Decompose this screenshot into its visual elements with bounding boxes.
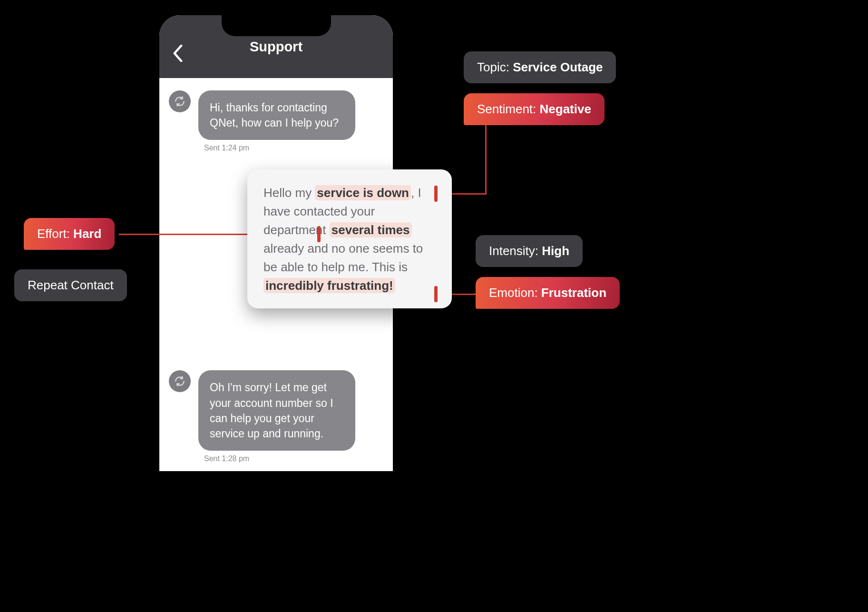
tag-value: Service Outage — [513, 60, 603, 74]
message-row: Oh I'm sorry! Let me get your account nu… — [169, 370, 383, 451]
tag-intensity: Intensity: High — [476, 235, 583, 267]
tag-topic: Topic: Service Outage — [464, 51, 616, 83]
callout-text: already and no one seems to be able to h… — [263, 241, 423, 274]
sync-icon — [169, 370, 191, 392]
highlight-marker — [317, 226, 321, 242]
tag-sentiment: Sentiment: Negative — [464, 93, 605, 125]
highlight-marker — [434, 286, 438, 302]
phone-notch — [222, 14, 331, 36]
highlight-several-times: several times — [330, 222, 412, 237]
tag-value: Hard — [73, 227, 101, 241]
sync-icon — [169, 90, 191, 112]
annotated-message: Hello my service is down, I have contact… — [247, 169, 452, 308]
tag-label: Effort: — [37, 227, 73, 241]
tag-value: Frustration — [541, 286, 606, 300]
tag-label: Sentiment: — [477, 102, 540, 116]
highlight-service-down: service is down — [315, 185, 411, 200]
tag-label: Emotion: — [489, 286, 541, 300]
back-icon[interactable] — [173, 45, 183, 62]
page-title: Support — [250, 39, 302, 55]
agent-message: Oh I'm sorry! Let me get your account nu… — [198, 370, 355, 451]
tag-label: Repeat Contact — [28, 278, 114, 292]
tag-label: Intensity: — [489, 244, 542, 258]
callout-text: Hello my — [263, 186, 315, 200]
tag-repeat-contact: Repeat Contact — [14, 269, 127, 301]
highlight-frustrating: incredibly frustrating! — [263, 278, 395, 293]
highlight-marker — [434, 186, 438, 202]
connector-line — [485, 124, 487, 194]
tag-value: Negative — [540, 102, 591, 116]
tag-label: Topic: — [477, 60, 513, 74]
message-row: Hi, thanks for contacting QNet, how can … — [169, 90, 383, 140]
agent-message: Hi, thanks for contacting QNet, how can … — [198, 90, 355, 140]
tag-emotion: Emotion: Frustration — [476, 277, 620, 309]
tag-value: High — [542, 244, 569, 258]
message-timestamp: Sent 1:24 pm — [204, 144, 383, 152]
tag-effort: Effort: Hard — [24, 218, 115, 250]
message-timestamp: Sent 1:28 pm — [204, 454, 383, 463]
